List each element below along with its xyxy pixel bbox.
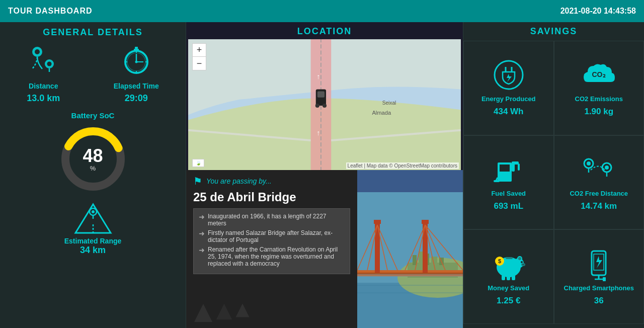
zoom-out-button[interactable]: −: [193, 57, 206, 70]
timer-icon: [120, 43, 152, 79]
distance-icon: [581, 152, 617, 187]
poi-header: ⚑ You are passing by...: [193, 175, 350, 187]
svg-marker-40: [216, 304, 232, 320]
svg-rect-76: [512, 161, 519, 165]
top-stats-row: Distance 13.0 km: [0, 43, 186, 104]
poi-image: [357, 170, 463, 328]
svg-rect-64: [374, 220, 381, 224]
co2-distance-cell: CO2 Free Distance 14.74 km: [554, 135, 645, 230]
range-value: 34 km: [80, 245, 106, 256]
fuel-icon-area: [492, 153, 526, 186]
svg-point-98: [522, 264, 523, 265]
arrow-icon-1: ➜: [199, 213, 205, 221]
svg-rect-53: [375, 222, 380, 273]
poi-flag-icon: ⚑: [193, 175, 202, 187]
poi-fact-1: ➜ Inaugurated on 1966, it has a length o…: [199, 213, 345, 227]
svg-point-24: [92, 210, 95, 213]
fuel-value: 693 mL: [494, 201, 523, 211]
svg-rect-9: [135, 47, 138, 49]
svg-point-1: [35, 49, 40, 54]
arrow-icon-2: ➜: [199, 229, 205, 237]
svg-rect-95: [512, 275, 515, 280]
savings-grid: Energy Produced 434 Wh CO₂ CO2 Emissions…: [463, 41, 644, 324]
co2-icon-area: CO₂: [581, 59, 617, 91]
distance-value: 13.0 km: [27, 93, 60, 104]
battery-section: Battery SoC 48 %: [58, 111, 128, 194]
savings-panel: SAVINGS Energy Produced 434 Wh: [463, 22, 644, 328]
svg-rect-30: [317, 92, 325, 98]
money-icon-area: $: [491, 248, 527, 280]
road-icon: [73, 202, 113, 237]
svg-rect-90: [506, 257, 513, 259]
general-details-panel: GENERAL DETAILS Distance 13.0 km: [0, 22, 186, 328]
savings-title: SAVINGS: [530, 26, 578, 37]
poi-fact-2: ➜ Firstly named Salazar Bridge after Sal…: [199, 229, 345, 243]
svg-point-84: [605, 166, 609, 170]
svg-text:↑: ↑: [316, 72, 320, 80]
svg-rect-77: [518, 163, 520, 171]
poi-fact-text-3: Renamed after the Carnation Revolution o…: [208, 246, 345, 267]
battery-gauge: 48 %: [58, 124, 128, 194]
range-label: Estimated Range: [64, 237, 122, 245]
poi-fact-3: ➜ Renamed after the Carnation Revolution…: [199, 246, 345, 267]
mountain-icon-1: [193, 303, 213, 323]
svg-marker-41: [236, 304, 250, 317]
svg-text:$: $: [498, 258, 501, 264]
svg-rect-93: [502, 275, 505, 280]
svg-point-99: [523, 264, 524, 265]
poi-facts-box: ➜ Inaugurated on 1966, it has a length o…: [193, 208, 350, 274]
distance-value: 14.74 km: [581, 201, 617, 211]
energy-label: Energy Produced: [481, 95, 536, 103]
svg-rect-79: [494, 180, 500, 182]
poi-passing-label: You are passing by...: [206, 177, 272, 185]
mountain-decorations: [193, 303, 250, 323]
svg-point-81: [587, 161, 591, 166]
fuel-saved-cell: Fuel Saved 693 mL: [463, 135, 554, 230]
location-panel: LOCATION ↑ ↑: [186, 22, 463, 328]
svg-rect-94: [507, 276, 510, 280]
battery-value-display: 48 %: [83, 147, 103, 172]
fuel-icon: [492, 152, 526, 187]
location-title: LOCATION: [186, 22, 463, 39]
money-saved-cell: $ Money Saved 1.25 €: [463, 229, 554, 324]
general-title: GENERAL DETAILS: [43, 27, 142, 38]
svg-marker-39: [194, 304, 212, 322]
energy-produced-cell: Energy Produced 434 Wh: [463, 41, 554, 135]
money-label: Money Saved: [488, 284, 529, 292]
range-section: Estimated Range 34 km: [64, 202, 122, 256]
co2-emissions-cell: CO₂ CO2 Emissions 1.90 kg: [554, 41, 645, 135]
energy-value: 434 Wh: [494, 107, 524, 117]
svg-point-89: [518, 257, 521, 260]
svg-text:Seixal: Seixal: [382, 100, 396, 106]
svg-rect-58: [423, 222, 428, 273]
energy-icon: [492, 58, 526, 92]
smartphone-icon: [581, 247, 617, 281]
map-attribution: Leaflet | Map data © OpenStreetMap contr…: [346, 162, 459, 169]
svg-rect-74: [500, 165, 510, 172]
poi-fact-text-1: Inaugurated on 1966, it has a length of …: [208, 213, 345, 227]
battery-label: Battery SoC: [71, 111, 115, 120]
svg-point-12: [135, 61, 137, 63]
elapsed-stat: Elapsed Time 29:09: [114, 43, 159, 104]
distance-label: Distance: [29, 82, 58, 90]
smartphone-value: 36: [594, 296, 604, 306]
map-logo: 🍃: [192, 159, 204, 167]
smartphone-icon-area: [581, 248, 617, 280]
location-pin-icon: [27, 43, 59, 79]
co2-label: CO2 Emissions: [575, 95, 623, 103]
distance-icon-area: [581, 153, 617, 186]
arrow-icon-3: ➜: [199, 246, 205, 254]
zoom-in-button[interactable]: +: [193, 44, 206, 57]
energy-icon-area: [492, 59, 526, 91]
poi-name: 25 de Abril Bridge: [193, 190, 350, 204]
main-content: GENERAL DETAILS Distance 13.0 km: [0, 22, 644, 328]
poi-section: ⚑ You are passing by... 25 de Abril Brid…: [186, 170, 463, 328]
distance-stat: Distance 13.0 km: [27, 43, 60, 104]
smartphones-cell: Charged Smartphones 36: [554, 229, 645, 324]
svg-rect-46: [413, 255, 417, 265]
svg-point-32: [323, 104, 327, 108]
mountain-icon-3: [235, 303, 250, 318]
battery-number: 48: [83, 147, 103, 165]
elapsed-value: 29:09: [125, 93, 148, 104]
svg-text:CO₂: CO₂: [592, 70, 606, 78]
